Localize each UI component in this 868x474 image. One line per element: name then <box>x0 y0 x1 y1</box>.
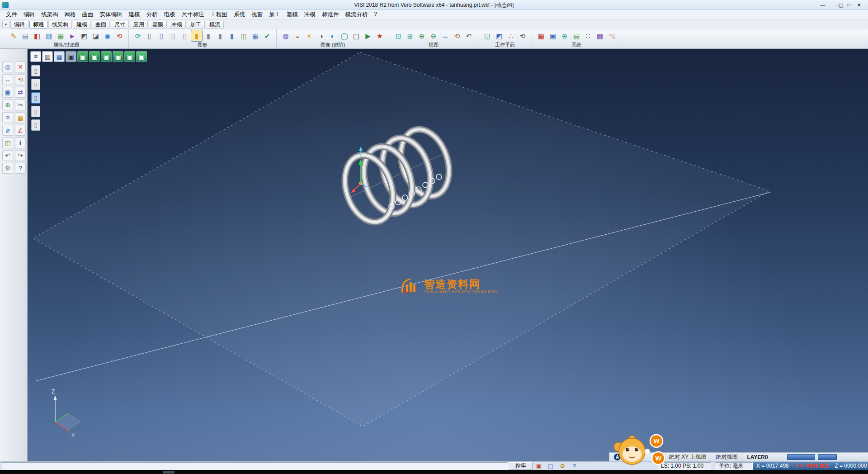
left-view-icon[interactable]: ▣ <box>124 51 135 62</box>
top-view-icon[interactable]: ▣ <box>89 51 100 62</box>
info-icon[interactable]: ℹ <box>15 137 26 148</box>
workplane-3pt-icon[interactable]: ∴ <box>505 30 516 41</box>
section-view-icon[interactable]: ◫ <box>238 30 249 41</box>
gear-status-icon[interactable]: ⚙ <box>557 462 568 470</box>
settings-icon[interactable]: ⚙ <box>2 163 13 174</box>
type-filter-icon[interactable]: ▦ <box>55 30 66 41</box>
tab-flow[interactable]: 模流 <box>206 21 224 28</box>
menu-item[interactable]: 电极 <box>161 10 179 19</box>
menu-item[interactable]: 线架构 <box>38 10 61 19</box>
display-cylinder-1-icon[interactable]: ▯ <box>31 65 40 76</box>
layer-filter-icon[interactable]: ▥ <box>43 30 54 41</box>
display-status-icon[interactable]: ▢ <box>545 462 557 470</box>
rotate-icon[interactable]: ⟲ <box>15 74 26 85</box>
tab-wireframe[interactable]: 线架构 <box>48 21 72 28</box>
menu-item[interactable]: 塑模 <box>283 10 301 19</box>
redraw-icon[interactable]: ⟳ <box>132 30 143 41</box>
view-list-icon[interactable]: ≡ <box>30 51 41 62</box>
tab-machining[interactable]: 加工 <box>187 21 205 28</box>
menu-item[interactable]: 曲面 <box>79 10 97 19</box>
tab-surface[interactable]: 曲面 <box>92 21 110 28</box>
mask-add-icon[interactable]: ◩ <box>79 30 90 41</box>
active-view-label[interactable]: 绝对 XY 上视图 <box>669 453 706 461</box>
snapshot-icon[interactable]: ★ <box>374 30 385 41</box>
display-cylinder-3-icon[interactable]: ▯ <box>31 92 40 104</box>
menu-item[interactable]: 网格 <box>61 10 79 19</box>
help-status-icon[interactable]: ? <box>568 462 580 470</box>
shadows-icon[interactable]: ◑ <box>316 30 326 41</box>
tab-mold[interactable]: 塑膜 <box>149 21 167 28</box>
screen-status-icon[interactable]: ▣ <box>533 462 545 470</box>
verify-icon[interactable]: ✔ <box>262 30 273 41</box>
zoom-in-icon[interactable]: ⊕ <box>416 30 427 41</box>
tab-dimension[interactable]: 尺寸 <box>111 21 129 28</box>
display-cylinder-4-icon[interactable]: ▯ <box>31 106 40 117</box>
offset-icon[interactable]: ≡ <box>2 112 13 123</box>
menu-item[interactable]: ? <box>371 10 381 19</box>
textured-view-icon[interactable]: ▮ <box>215 30 226 41</box>
taskbar-item[interactable] <box>163 471 175 474</box>
absolute-view-label[interactable]: 绝对视图 <box>716 453 737 461</box>
display-cylinder-2-icon[interactable]: ▯ <box>31 79 40 90</box>
child-close-button[interactable]: ✕ <box>856 1 863 8</box>
tab-standard[interactable]: 标准 <box>29 21 47 28</box>
workplane-align-icon[interactable]: ◩ <box>494 30 505 41</box>
undo-icon[interactable]: ↶ <box>2 150 13 161</box>
active-layer-label[interactable]: LAYER0 <box>747 454 768 460</box>
menu-item[interactable]: 加工 <box>266 10 283 19</box>
materials-icon[interactable]: ◒ <box>292 30 303 41</box>
scale-icon[interactable]: ⊕ <box>2 100 13 110</box>
reflections-icon[interactable]: ◐ <box>327 30 338 41</box>
measure-icon[interactable]: ⌀ <box>2 125 13 136</box>
zoom-out-icon[interactable]: ⊖ <box>428 30 439 41</box>
monitor-icon[interactable]: ▣ <box>547 30 558 41</box>
tab-modeling[interactable]: 建模 <box>73 21 91 28</box>
mirror-icon[interactable]: ⇄ <box>15 87 26 98</box>
menu-item[interactable]: 实体编辑 <box>97 10 126 19</box>
menu-item[interactable]: 冲模 <box>301 10 319 19</box>
attribute-edit-icon[interactable]: ✎ <box>8 30 19 41</box>
right-view-icon[interactable]: ▣ <box>113 51 123 62</box>
mask-remove-icon[interactable]: ◪ <box>90 30 101 41</box>
color-palette-icon[interactable]: ▦ <box>536 30 547 41</box>
visibility-filter-icon[interactable]: ◉ <box>102 30 113 41</box>
zoom-fit-icon[interactable]: ⊡ <box>393 30 404 41</box>
menu-item[interactable]: 编辑 <box>20 10 38 19</box>
menu-item[interactable]: 分析 <box>143 10 161 19</box>
dashed-hidden-view-icon[interactable]: ▯ <box>168 30 179 41</box>
tab-application[interactable]: 应用 <box>130 21 148 28</box>
angle-icon[interactable]: ∠ <box>15 125 26 136</box>
erase-icon[interactable]: ✕ <box>15 62 26 72</box>
globe-icon[interactable]: ⊕ <box>559 30 570 41</box>
child-minimize-button[interactable]: — <box>835 1 842 8</box>
menu-item[interactable]: 建模 <box>126 10 143 19</box>
hidden-line-view-icon[interactable]: ▯ <box>156 30 167 41</box>
shaded-view-icon[interactable]: ▮ <box>191 30 202 41</box>
analysis-view-icon[interactable]: ▮ <box>226 30 237 41</box>
viewport[interactable]: Z X 智造资料网 INTELLIGENT MANUFACTURING DATA <box>0 49 868 461</box>
front-view-icon[interactable]: ▣ <box>101 51 112 62</box>
perspective-icon[interactable]: ◹ <box>606 30 617 41</box>
quick-select-icon[interactable]: ► <box>67 30 78 41</box>
display-cylinder-5-icon[interactable]: ▯ <box>31 119 40 131</box>
rendered-view-icon[interactable]: ▮ <box>203 30 214 41</box>
tab-dropdown-icon[interactable]: ▼ <box>2 21 9 28</box>
snap-lock-button[interactable]: 控牢 <box>509 462 533 469</box>
group-icon[interactable]: ◫ <box>2 137 13 148</box>
menu-item[interactable]: 标准件 <box>319 10 342 19</box>
ghost-view-icon[interactable]: ▯ <box>179 30 190 41</box>
zoom-window-icon[interactable]: ⊞ <box>405 30 415 41</box>
tab-die[interactable]: 冲模 <box>168 21 186 28</box>
rotate-view-icon[interactable]: ⟲ <box>452 30 462 41</box>
pan-view-icon[interactable]: ↔ <box>440 30 451 41</box>
layers-icon[interactable]: ▤ <box>571 30 582 41</box>
camera-icon[interactable]: ▢ <box>351 30 362 41</box>
workplane-reset-icon[interactable]: ⟲ <box>517 30 528 41</box>
child-restore-button[interactable]: ▭ <box>845 1 852 8</box>
advanced-render-icon[interactable]: ◍ <box>280 30 291 41</box>
view-window-icon[interactable]: ▥ <box>42 51 53 62</box>
copy-icon[interactable]: ▣ <box>2 87 13 98</box>
minimize-button[interactable]: — <box>814 0 832 10</box>
os-taskbar[interactable] <box>0 470 868 474</box>
menu-item[interactable]: 尺寸标注 <box>179 10 208 19</box>
